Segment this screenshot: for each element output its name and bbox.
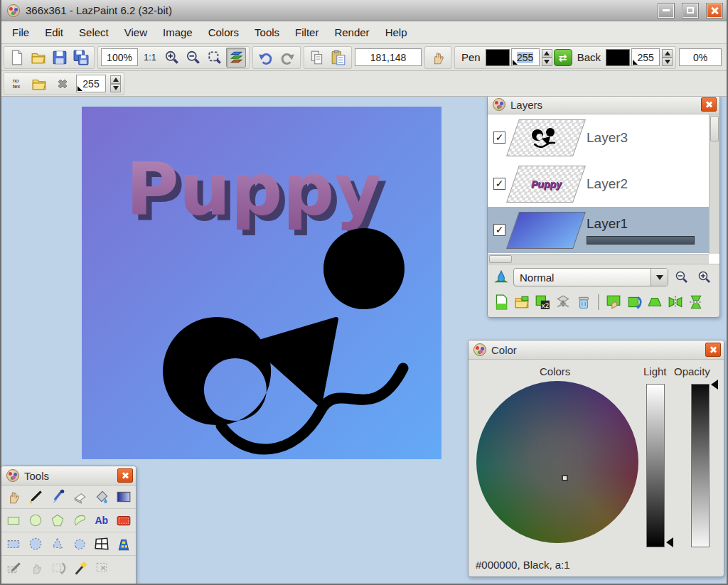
tool-hand-button[interactable] — [4, 487, 24, 508]
new-image-button[interactable] — [7, 48, 27, 68]
menu-image[interactable]: Image — [155, 23, 200, 42]
layers-horizontal-scrollbar[interactable] — [488, 254, 709, 264]
menu-help[interactable]: Help — [378, 23, 415, 42]
zoom-original-button[interactable]: 1:1 — [139, 48, 161, 68]
menu-select[interactable]: Select — [71, 23, 117, 42]
blend-mode-dropdown-button[interactable] — [651, 269, 668, 286]
layer-opacity-slider[interactable] — [587, 236, 695, 245]
light-slider-marker[interactable] — [666, 537, 673, 547]
tools-close-button[interactable] — [117, 468, 133, 483]
menu-colors[interactable]: Colors — [200, 23, 247, 42]
tool-ellipse-button[interactable] — [26, 510, 46, 531]
tool-selection-frame-button[interactable] — [91, 534, 112, 554]
tool-select-freehand-button[interactable] — [69, 534, 90, 554]
zoom-out-button[interactable] — [183, 48, 203, 68]
maximize-button[interactable] — [682, 4, 698, 18]
hand-tool-button[interactable] — [428, 48, 448, 68]
menu-file[interactable]: File — [4, 23, 37, 42]
color-close-button[interactable] — [705, 343, 721, 357]
pen-alpha-up-button[interactable] — [542, 49, 552, 58]
tool-color-picker-button[interactable] — [48, 487, 68, 508]
tool-move-selection-button[interactable] — [26, 557, 46, 578]
copy-button[interactable] — [307, 48, 327, 68]
blend-mode-select[interactable]: Normal — [513, 268, 668, 286]
color-panel-titlebar[interactable]: Color — [469, 340, 724, 360]
opacity-slider-marker[interactable] — [711, 380, 718, 390]
layer-row-layer2[interactable]: ✓ Puppy Layer2 — [488, 161, 719, 207]
layer-perspective-button[interactable] — [646, 293, 664, 311]
duplicate-layer-button[interactable]: x2 — [533, 293, 552, 311]
minimize-button[interactable] — [658, 4, 674, 18]
tool-rectangle-button[interactable] — [4, 510, 24, 531]
layer-row-layer1[interactable]: ✓ Layer1 — [488, 207, 719, 253]
tool-fill-button[interactable] — [91, 487, 112, 508]
back-alpha-down-button[interactable] — [662, 58, 673, 66]
remove-layer-button[interactable] — [574, 293, 593, 311]
tool-pen-button[interactable] — [26, 487, 46, 508]
load-texture-button[interactable] — [29, 74, 49, 94]
back-color-swatch[interactable] — [606, 49, 630, 66]
flip-vertical-button[interactable] — [687, 293, 705, 311]
layer3-visible-checkbox[interactable]: ✓ — [493, 132, 505, 144]
menu-view[interactable]: View — [117, 23, 155, 42]
swap-colors-button[interactable]: ⇄ — [554, 49, 572, 66]
merge-layer-button[interactable] — [554, 293, 572, 311]
tool-rotate-selection-button[interactable] — [48, 557, 68, 578]
texture-opacity-input[interactable]: 255 — [76, 75, 106, 92]
close-button[interactable] — [707, 4, 722, 18]
tool-select-ellipse-button[interactable] — [26, 534, 46, 554]
scrollbar-thumb[interactable] — [710, 116, 719, 141]
tool-magic-wand-button[interactable] — [113, 534, 134, 554]
texture-opacity-down-button[interactable] — [110, 84, 121, 92]
light-slider[interactable] — [646, 384, 665, 547]
toggle-layers-window-button[interactable] — [226, 48, 246, 68]
pen-alpha-down-button[interactable] — [542, 58, 552, 66]
tool-deformation-button[interactable] — [113, 510, 134, 531]
layers-close-button[interactable] — [701, 97, 717, 112]
menu-render[interactable]: Render — [326, 23, 377, 42]
tool-wand-brush-button[interactable] — [70, 557, 90, 578]
menu-filter[interactable]: Filter — [287, 23, 326, 42]
layers-zoom-out-button[interactable] — [673, 268, 691, 286]
pen-alpha-input[interactable]: 255 — [511, 48, 540, 66]
tool-polygon-button[interactable] — [48, 510, 68, 531]
zoom-input[interactable]: 100% — [101, 48, 138, 66]
tool-select-polygon-button[interactable] — [48, 534, 68, 554]
tools-panel-titlebar[interactable]: Tools — [1, 466, 136, 485]
tool-eraser-button[interactable] — [69, 487, 90, 508]
undo-button[interactable] — [256, 48, 276, 68]
color-wheel-marker[interactable] — [562, 475, 568, 481]
back-alpha-input[interactable]: 255 — [631, 48, 660, 66]
flip-horizontal-button[interactable] — [666, 293, 685, 311]
layer-row-layer3[interactable]: ✓ Layer3 — [488, 114, 719, 161]
add-layer-button[interactable] — [492, 293, 510, 311]
layers-zoom-in-button[interactable] — [695, 268, 714, 286]
tool-gradient-button[interactable] — [113, 487, 134, 508]
layer1-visible-checkbox[interactable]: ✓ — [493, 224, 505, 236]
save-button[interactable] — [50, 48, 70, 68]
ratio-input[interactable]: 0% — [679, 48, 722, 66]
layer2-visible-checkbox[interactable]: ✓ — [493, 178, 505, 190]
color-wheel[interactable] — [476, 381, 638, 543]
save-as-button[interactable] — [71, 48, 91, 68]
opacity-slider[interactable] — [691, 384, 710, 547]
tool-curve-button[interactable] — [69, 510, 90, 531]
redo-button[interactable] — [277, 48, 297, 68]
tool-select-rectangle-button[interactable] — [4, 534, 24, 554]
scrollbar-thumb[interactable] — [489, 255, 512, 263]
texture-opacity-up-button[interactable] — [110, 75, 121, 84]
zoom-fit-button[interactable] — [205, 48, 225, 68]
back-alpha-up-button[interactable] — [662, 49, 673, 58]
zoom-in-button[interactable] — [162, 48, 182, 68]
open-layer-button[interactable] — [513, 293, 531, 311]
layers-vertical-scrollbar[interactable] — [709, 114, 719, 254]
canvas-image[interactable]: Puppy Puppy — [82, 107, 441, 459]
move-layer-button[interactable] — [604, 293, 623, 311]
tool-deselect-button[interactable] — [92, 557, 112, 578]
pen-color-swatch[interactable] — [486, 49, 510, 66]
paste-button[interactable] — [328, 48, 348, 68]
menu-edit[interactable]: Edit — [37, 23, 71, 42]
open-button[interactable] — [28, 48, 48, 68]
layers-panel-titlebar[interactable]: Layers — [488, 97, 719, 114]
menu-tools[interactable]: Tools — [247, 23, 287, 42]
